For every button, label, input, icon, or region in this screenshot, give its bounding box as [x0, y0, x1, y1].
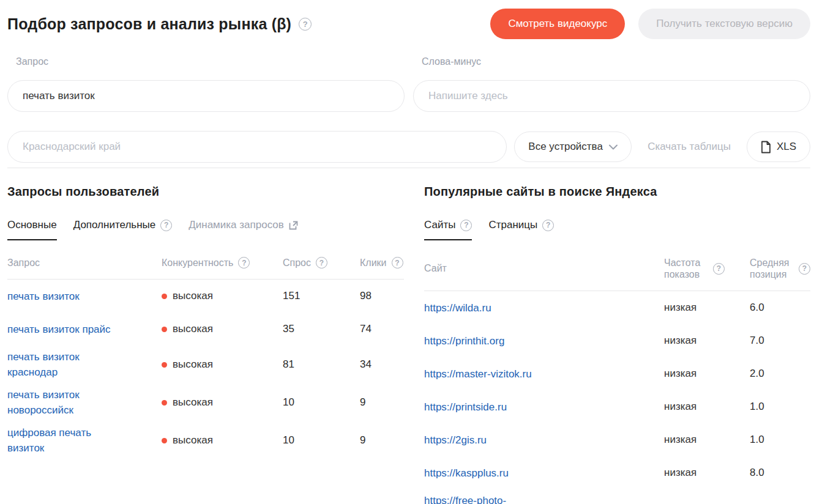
tab-pages[interactable]: Страницы ? [488, 219, 554, 240]
file-icon [761, 141, 771, 154]
frequency-value: низкая [664, 368, 750, 380]
site-link[interactable]: https://kaspplus.ru [424, 465, 509, 481]
tab-sites[interactable]: Сайты ? [424, 219, 472, 240]
title-help-icon[interactable]: ? [299, 18, 312, 31]
table-row: https://printside.ru низкая 1.0 [424, 390, 810, 423]
filters-row-1: Запрос Слова-минус [7, 56, 810, 112]
demand-value: 10 [283, 434, 360, 447]
external-link-icon [289, 221, 298, 230]
help-icon[interactable]: ? [799, 263, 810, 275]
competition-dot [162, 294, 167, 299]
site-link[interactable]: https://printhit.org [424, 333, 504, 349]
frequency-value: низкая [664, 467, 750, 479]
download-tables-label: Скачать таблицы [648, 141, 731, 153]
col-demand: Спрос ? [283, 257, 360, 269]
region-input[interactable] [7, 131, 507, 163]
site-link[interactable]: https://free-photo-editors.ru [424, 493, 542, 504]
page-header: Подбор запросов и анализ рынка (β) ? Смо… [7, 9, 810, 39]
help-icon[interactable]: ? [160, 220, 172, 231]
tab-label: Дополнительные [73, 219, 156, 231]
queries-table-header: Запрос Конкурентность ? Спрос ? Клики ? [7, 240, 404, 280]
query-input[interactable] [7, 80, 405, 112]
position-value: 1.0 [750, 434, 810, 446]
table-row: печать визиток прайс высокая 35 74 [7, 313, 404, 346]
tab-label: Основные [7, 219, 57, 231]
query-link[interactable]: цифровая печать визиток [7, 425, 125, 456]
help-icon[interactable]: ? [316, 257, 327, 269]
site-link[interactable]: https://master-vizitok.ru [424, 366, 532, 382]
xls-button-label: XLS [777, 141, 796, 153]
query-field-group: Запрос [7, 56, 405, 112]
site-link[interactable]: https://2gis.ru [424, 432, 487, 448]
help-icon[interactable]: ? [542, 220, 554, 231]
query-field-label: Запрос [7, 56, 405, 67]
clicks-value: 9 [360, 434, 404, 447]
col-position: Средняя позиция ? [750, 257, 810, 280]
popular-sites-section: Популярные сайты в поиске Яндекса Сайты … [424, 185, 810, 504]
competition-dot [162, 438, 167, 443]
position-value: 6.0 [750, 302, 810, 314]
competition-value: высокая [173, 323, 213, 335]
tab-label: Динамика запросов [189, 219, 284, 231]
query-link[interactable]: печать визиток новороссийск [7, 387, 125, 418]
competition-value: высокая [173, 434, 213, 447]
keyword-analysis-page: Подбор запросов и анализ рынка (β) ? Смо… [0, 0, 825, 504]
table-row: печать визиток высокая 151 98 [7, 280, 404, 313]
competition-dot [162, 400, 167, 406]
get-text-version-button[interactable]: Получить текстовую версию [638, 9, 810, 39]
position-value: 2.0 [750, 368, 810, 380]
competition-value: высокая [173, 358, 213, 371]
query-link[interactable]: печать визиток краснодар [7, 349, 125, 380]
download-xls-button[interactable]: XLS [747, 132, 810, 162]
help-icon[interactable]: ? [392, 257, 403, 269]
frequency-value: низкая [664, 401, 750, 413]
clicks-value: 34 [360, 358, 404, 371]
filters-divider [7, 168, 810, 168]
table-row: https://printhit.org низкая 7.0 [424, 324, 810, 357]
page-title: Подбор запросов и анализ рынка (β) [7, 15, 291, 33]
demand-value: 10 [283, 396, 360, 409]
tab-additional-queries[interactable]: Дополнительные ? [73, 219, 173, 240]
query-link[interactable]: печать визиток [7, 289, 80, 304]
col-competition: Конкурентность ? [162, 257, 283, 269]
position-value: 8.0 [750, 467, 810, 479]
demand-value: 151 [283, 290, 360, 302]
frequency-value: низкая [664, 302, 750, 314]
minus-words-label: Слова-минус [413, 56, 810, 67]
user-queries-title: Запросы пользователей [7, 185, 404, 199]
competition-value: высокая [173, 396, 213, 409]
position-value: 7.0 [750, 335, 810, 347]
devices-select[interactable]: Все устройства [514, 132, 632, 162]
filters-row-2: Все устройства Скачать таблицы XLS [7, 131, 810, 163]
queries-tabs: Основные Дополнительные ? Динамика запро… [7, 219, 404, 240]
tab-label: Сайты [424, 219, 455, 231]
competition-dot [162, 327, 167, 332]
table-row: https://free-photo-editors.ru низкая 8.0 [424, 489, 810, 504]
clicks-value: 74 [360, 323, 404, 335]
query-link[interactable]: печать визиток прайс [7, 322, 111, 337]
frequency-value: низкая [664, 434, 750, 446]
table-row: https://2gis.ru низкая 1.0 [424, 423, 810, 456]
table-row: https://master-vizitok.ru низкая 2.0 [424, 357, 810, 390]
minus-words-input[interactable] [413, 80, 810, 112]
clicks-value: 98 [360, 290, 404, 302]
devices-select-value: Все устройства [528, 141, 603, 153]
clicks-value: 9 [360, 396, 404, 409]
table-row: печать визиток новороссийск высокая 10 9 [7, 384, 404, 421]
help-icon[interactable]: ? [238, 257, 250, 269]
demand-value: 81 [283, 358, 360, 371]
position-value: 1.0 [750, 401, 810, 413]
col-frequency: Частота показов ? [664, 257, 750, 280]
table-row: печать визиток краснодар высокая 81 34 [7, 346, 404, 384]
site-link[interactable]: https://wilda.ru [424, 300, 491, 316]
site-link[interactable]: https://printside.ru [424, 399, 507, 415]
col-query: Запрос [7, 258, 162, 269]
help-icon[interactable]: ? [713, 263, 725, 275]
user-queries-section: Запросы пользователей Основные Дополните… [7, 185, 404, 504]
tab-main-queries[interactable]: Основные [7, 219, 57, 240]
frequency-value: низкая [664, 335, 750, 347]
tab-query-dynamics[interactable]: Динамика запросов [189, 219, 298, 240]
watch-videocourse-button[interactable]: Смотреть видеокурс [490, 9, 625, 39]
help-icon[interactable]: ? [460, 220, 472, 231]
tab-label: Страницы [488, 219, 537, 231]
